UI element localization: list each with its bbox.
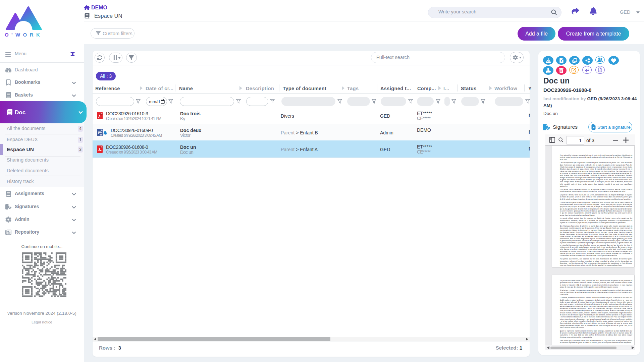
svg-text:O'WORK: O'WORK — [5, 32, 42, 38]
